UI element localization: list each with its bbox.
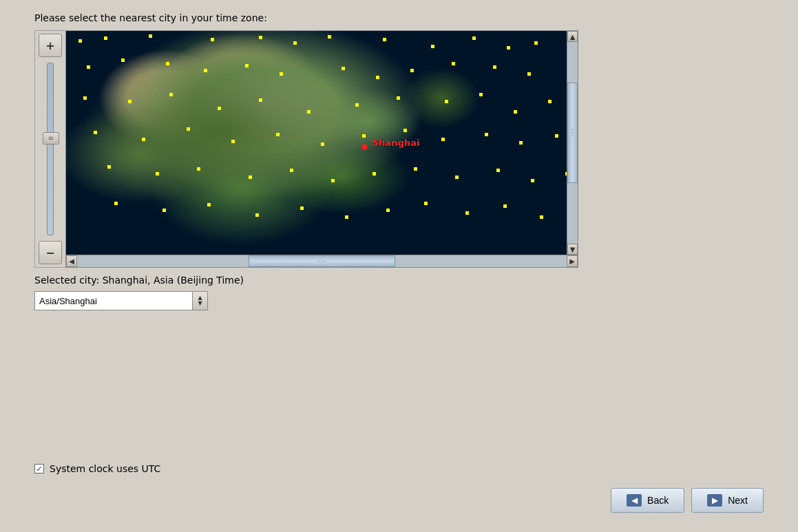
city-dot[interactable] [342, 67, 345, 70]
city-dot[interactable] [496, 169, 500, 172]
city-dot[interactable] [87, 65, 90, 69]
city-dot[interactable] [372, 172, 376, 175]
city-dot[interactable] [259, 98, 262, 102]
city-dot[interactable] [493, 65, 496, 69]
city-dot[interactable] [107, 165, 111, 169]
next-button[interactable]: ▶ Next [691, 488, 764, 513]
city-dot[interactable] [548, 100, 552, 103]
scroll-down-button[interactable]: ▼ [567, 244, 578, 255]
city-dot[interactable] [424, 202, 428, 205]
scrollbar-track-h[interactable] [77, 255, 567, 267]
city-dot[interactable] [479, 93, 483, 96]
city-dot[interactable] [293, 41, 297, 45]
timezone-select-input[interactable]: Asia/Shanghai Asia/Tokyo Asia/Kolkata Eu… [34, 291, 193, 310]
city-dot[interactable] [534, 41, 538, 45]
instruction-text: Please select the nearest city in your t… [34, 12, 764, 23]
spinner-down-icon: ▼ [198, 301, 202, 306]
scroll-right-button[interactable]: ▶ [567, 255, 578, 267]
city-dot[interactable] [386, 209, 390, 212]
scroll-up-button[interactable]: ▲ [567, 31, 578, 42]
selected-city-dot[interactable] [362, 145, 367, 149]
selected-city-text: Selected city: Shanghai, Asia (Beijing T… [34, 275, 764, 286]
city-dot[interactable] [362, 134, 366, 138]
zoom-out-button[interactable]: − [39, 241, 62, 264]
city-dot[interactable] [555, 134, 558, 138]
city-dot[interactable] [255, 213, 259, 217]
city-dot[interactable] [445, 100, 448, 103]
timezone-spinner[interactable]: ▲ ▼ [193, 291, 208, 310]
city-dot[interactable] [104, 36, 107, 40]
city-dot[interactable] [397, 96, 400, 100]
city-dot[interactable] [507, 46, 510, 50]
utc-checkbox[interactable] [34, 464, 44, 474]
city-dot[interactable] [328, 35, 331, 39]
vertical-scrollbar[interactable]: ▲ ▼ [567, 31, 578, 255]
city-dot[interactable] [211, 38, 214, 41]
city-dot[interactable] [503, 204, 507, 208]
city-dot[interactable] [121, 58, 125, 62]
city-dot[interactable] [276, 133, 280, 136]
city-dot[interactable] [290, 169, 293, 172]
back-button[interactable]: ◀ Back [611, 488, 684, 513]
city-dot[interactable] [383, 38, 386, 41]
city-dot[interactable] [280, 72, 283, 76]
city-dot[interactable] [78, 39, 82, 43]
city-dot[interactable] [431, 45, 434, 48]
next-arrow-icon: ▶ [707, 494, 722, 507]
city-dot[interactable] [519, 141, 523, 145]
city-dot[interactable] [204, 69, 207, 72]
city-dot[interactable] [162, 209, 166, 212]
city-dot[interactable] [514, 110, 517, 114]
horizontal-scrollbar[interactable]: ◀ ▶ [66, 255, 578, 267]
city-dot[interactable] [307, 110, 311, 114]
city-dot[interactable] [485, 133, 488, 136]
city-dot[interactable] [527, 72, 531, 76]
city-dot[interactable] [187, 127, 190, 131]
city-dot[interactable] [414, 167, 417, 171]
city-dot[interactable] [441, 138, 445, 141]
timezone-selector[interactable]: Asia/Shanghai Asia/Tokyo Asia/Kolkata Eu… [34, 291, 764, 310]
city-dot[interactable] [472, 36, 476, 40]
city-dot[interactable] [142, 138, 145, 141]
city-dot[interactable] [465, 211, 469, 215]
city-dot[interactable] [249, 175, 252, 179]
city-dot[interactable] [218, 107, 221, 110]
city-dot[interactable] [83, 96, 87, 100]
city-dot[interactable] [355, 103, 359, 107]
city-dot[interactable] [94, 131, 97, 134]
city-dot[interactable] [231, 140, 235, 143]
bottom-navigation: ◀ Back ▶ Next [34, 488, 764, 520]
city-dot[interactable] [403, 129, 407, 132]
back-arrow-icon: ◀ [627, 494, 642, 507]
city-dot[interactable] [166, 62, 169, 65]
city-dot[interactable] [540, 215, 543, 219]
city-dot[interactable] [452, 62, 455, 65]
city-dot[interactable] [345, 215, 348, 219]
city-dot[interactable] [149, 34, 152, 38]
map-land [66, 31, 567, 255]
map-canvas[interactable]: Shanghai [66, 31, 567, 255]
city-dot[interactable] [565, 172, 567, 175]
city-dot[interactable] [410, 69, 414, 72]
city-dot[interactable] [156, 172, 159, 175]
city-dot[interactable] [207, 203, 211, 206]
city-dot[interactable] [128, 100, 132, 103]
scrollbar-thumb-v[interactable] [567, 83, 578, 184]
scrollbar-thumb-h[interactable] [249, 255, 395, 267]
city-dot[interactable] [300, 206, 304, 210]
city-dot[interactable] [259, 36, 262, 39]
scrollbar-track-v[interactable] [567, 42, 578, 244]
city-dot[interactable] [245, 64, 249, 67]
city-dot[interactable] [331, 179, 335, 182]
city-dot[interactable] [169, 93, 173, 96]
city-dot[interactable] [114, 202, 118, 205]
map-viewport[interactable]: Shanghai ▲ ▼ ◀ ▶ [65, 30, 578, 268]
zoom-slider-thumb[interactable] [43, 132, 59, 145]
city-dot[interactable] [321, 142, 324, 146]
zoom-in-button[interactable]: + [39, 34, 62, 57]
city-dot[interactable] [531, 179, 534, 182]
city-dot[interactable] [197, 167, 200, 171]
city-dot[interactable] [455, 175, 459, 179]
city-dot[interactable] [376, 76, 379, 79]
scroll-left-button[interactable]: ◀ [66, 255, 77, 267]
